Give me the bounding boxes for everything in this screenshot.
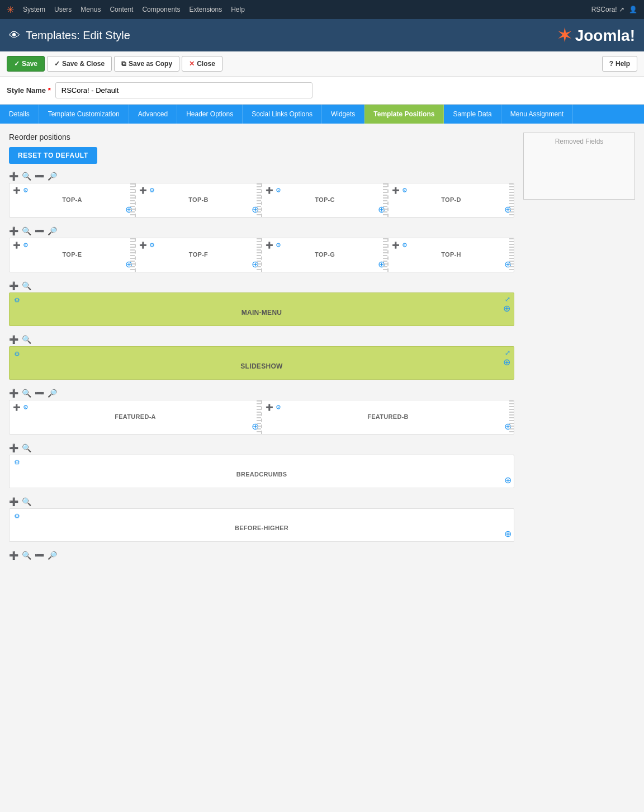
top-g-gear-icon[interactable]: ⚙ xyxy=(276,242,281,249)
row6-add-icon[interactable]: ➕ xyxy=(9,443,18,452)
row1-add-icon[interactable]: ➕ xyxy=(9,172,18,181)
tab-advanced[interactable]: Advanced xyxy=(129,105,177,124)
top-d-add-icon[interactable]: ➕ xyxy=(392,187,400,194)
top-b-drag-handle[interactable] xyxy=(257,183,261,217)
help-button[interactable]: ? Help xyxy=(602,56,637,72)
row4-search-icon[interactable]: 🔍 xyxy=(22,335,31,344)
top-a-drag-handle[interactable] xyxy=(130,183,135,217)
row6-search-icon[interactable]: 🔍 xyxy=(22,443,31,452)
joomla-logo-label: Joomla! xyxy=(575,27,635,44)
top-d-drag-handle[interactable] xyxy=(509,183,514,217)
site-name[interactable]: RSCora! ↗ xyxy=(591,6,624,13)
toolbar: ✓ Save ✓ Save & Close ⧉ Save as Copy ✕ C… xyxy=(0,51,644,77)
top-a-add-icon[interactable]: ➕ xyxy=(13,187,21,194)
top-e-add-icon[interactable]: ➕ xyxy=(13,242,21,249)
top-e-gear-icon[interactable]: ⚙ xyxy=(23,242,29,249)
featured-b-add-icon[interactable]: ➕ xyxy=(266,404,273,411)
row3-add-icon[interactable]: ➕ xyxy=(9,281,18,290)
top-f-add-icon[interactable]: ➕ xyxy=(139,242,147,249)
row5-search-icon[interactable]: 🔍 xyxy=(22,389,31,398)
breadcrumbs-gear-icon[interactable]: ⚙ xyxy=(14,459,509,466)
featured-b-gear-icon[interactable]: ⚙ xyxy=(276,404,281,411)
save-close-button[interactable]: ✓ Save & Close xyxy=(47,56,112,72)
top-c-gear-icon[interactable]: ⚙ xyxy=(276,187,281,194)
row5-zoom-icon[interactable]: 🔎 xyxy=(48,389,57,398)
style-name-input[interactable] xyxy=(55,82,312,98)
row3-search-icon[interactable]: 🔍 xyxy=(22,281,31,290)
tab-widgets[interactable]: Widgets xyxy=(322,105,364,124)
row2-add-icon[interactable]: ➕ xyxy=(9,226,18,235)
top-e-drag-handle[interactable] xyxy=(130,238,135,272)
before-higher-gear-icon[interactable]: ⚙ xyxy=(14,512,509,520)
tab-details[interactable]: Details xyxy=(0,105,39,124)
tab-template-positions[interactable]: Template Positions xyxy=(364,105,444,124)
eye-icon: 👁 xyxy=(9,29,20,42)
row7-add-icon[interactable]: ➕ xyxy=(9,497,18,506)
tab-template-customization[interactable]: Template Customization xyxy=(39,105,129,124)
row8-remove-icon[interactable]: ➖ xyxy=(35,551,44,560)
position-top-h: ➕ ⚙ TOP-H ⊕ xyxy=(389,238,514,272)
main-menu-add-btn[interactable]: ⊕ xyxy=(503,303,510,314)
top-g-drag-handle[interactable] xyxy=(383,238,387,272)
row8-add-icon[interactable]: ➕ xyxy=(9,551,18,560)
top-g-add-icon[interactable]: ➕ xyxy=(266,242,273,249)
top-h-gear-icon[interactable]: ⚙ xyxy=(402,242,408,249)
top-f-drag-handle[interactable] xyxy=(257,238,261,272)
tab-header-options[interactable]: Header Options xyxy=(177,105,243,124)
main-menu-gear-icon[interactable]: ⚙ xyxy=(14,296,20,304)
row5-remove-icon[interactable]: ➖ xyxy=(35,389,44,398)
reset-to-default-button[interactable]: RESET TO DEFAULT xyxy=(9,147,97,164)
tab-menu-assignment[interactable]: Menu Assignment xyxy=(501,105,573,124)
slideshow-add-btn[interactable]: ⊕ xyxy=(503,357,510,367)
nav-content[interactable]: Content xyxy=(110,6,133,13)
top-c-add-icon[interactable]: ➕ xyxy=(266,187,273,194)
top-b-add-icon[interactable]: ➕ xyxy=(139,187,147,194)
featured-a-add-icon[interactable]: ➕ xyxy=(13,404,21,411)
row2-search-icon[interactable]: 🔍 xyxy=(22,226,31,235)
close-button[interactable]: ✕ Close xyxy=(182,56,222,72)
row1-zoom-icon[interactable]: 🔎 xyxy=(48,172,57,181)
before-higher-plus-btn[interactable]: ⊕ xyxy=(504,528,512,539)
slideshow-drag-icon[interactable]: ⤢ xyxy=(505,349,510,357)
featured-a-label: FEATURED-A xyxy=(13,413,258,431)
top-a-gear-icon[interactable]: ⚙ xyxy=(23,187,29,194)
save-copy-button[interactable]: ⧉ Save as Copy xyxy=(114,56,179,72)
row2-zoom-icon[interactable]: 🔎 xyxy=(48,226,57,235)
save-button[interactable]: ✓ Save xyxy=(7,56,45,72)
nav-extensions[interactable]: Extensions xyxy=(189,6,222,13)
featured-a-gear-icon[interactable]: ⚙ xyxy=(23,404,29,411)
nav-components[interactable]: Components xyxy=(142,6,180,13)
tab-social-links-options[interactable]: Social Links Options xyxy=(243,105,322,124)
slideshow-gear-icon[interactable]: ⚙ xyxy=(14,350,20,358)
nav-users[interactable]: Users xyxy=(54,6,72,13)
breadcrumbs-plus-btn[interactable]: ⊕ xyxy=(504,475,512,485)
nav-system[interactable]: System xyxy=(23,6,45,13)
featured-a-drag-handle[interactable] xyxy=(257,400,261,434)
top-b-gear-icon[interactable]: ⚙ xyxy=(149,187,155,194)
row5-add-icon[interactable]: ➕ xyxy=(9,389,18,398)
row1-search-icon[interactable]: 🔍 xyxy=(22,172,31,181)
tab-sample-data[interactable]: Sample Data xyxy=(444,105,501,124)
nav-help[interactable]: Help xyxy=(231,6,245,13)
row2-controls: ➕ 🔍 ➖ 🔎 xyxy=(9,226,514,235)
main-menu-drag-icon[interactable]: ⤢ xyxy=(505,295,510,303)
row7-search-icon[interactable]: 🔍 xyxy=(22,497,31,506)
top-d-gear-icon[interactable]: ⚙ xyxy=(402,187,408,194)
top-c-drag-handle[interactable] xyxy=(383,183,387,217)
top-f-gear-icon[interactable]: ⚙ xyxy=(149,242,155,249)
row2-remove-icon[interactable]: ➖ xyxy=(35,226,44,235)
user-icon[interactable]: 👤 xyxy=(629,6,637,13)
top-h-drag-handle[interactable] xyxy=(509,238,514,272)
row8-zoom-icon[interactable]: 🔎 xyxy=(48,551,57,560)
style-name-row: Reorder positions Style Name * xyxy=(0,77,644,105)
left-panel: Reorder positions RESET TO DEFAULT ➕ 🔍 ➖… xyxy=(9,133,514,562)
nav-menus[interactable]: Menus xyxy=(80,6,101,13)
top-h-add-icon[interactable]: ➕ xyxy=(392,242,400,249)
featured-b-drag-handle[interactable] xyxy=(509,400,514,434)
header-bar: 👁 Templates: Edit Style ✶ Joomla! xyxy=(0,19,644,51)
save-label: Save xyxy=(22,60,37,68)
row8-search-icon[interactable]: 🔍 xyxy=(22,551,31,560)
row4-add-icon[interactable]: ➕ xyxy=(9,335,18,344)
row1-remove-icon[interactable]: ➖ xyxy=(35,172,44,181)
close-label: Close xyxy=(197,60,215,68)
